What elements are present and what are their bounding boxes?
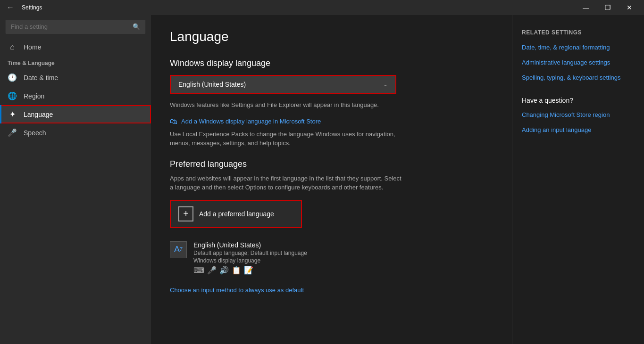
datetime-icon: 🕐 <box>8 73 17 82</box>
question-link-input-language[interactable]: Adding an input language <box>522 126 635 134</box>
store-link[interactable]: Add a Windows display language in Micros… <box>181 118 321 125</box>
minimize-button[interactable]: — <box>575 0 597 15</box>
language-flag-icon: AZ <box>170 241 187 258</box>
store-icon: 🛍 <box>170 117 177 126</box>
language-item-sub2: Windows display language <box>193 257 493 264</box>
input-method-link-row: Choose an input method to always use as … <box>170 286 493 294</box>
speech-icon: 🎤 <box>8 128 17 137</box>
add-preferred-language-button[interactable]: + Add a preferred language <box>170 200 302 228</box>
region-icon: 🌐 <box>8 91 17 100</box>
maximize-button[interactable]: ❐ <box>597 0 619 15</box>
store-desc: Use Local Experience Packs to change the… <box>170 130 406 148</box>
title-bar-left: ← Settings <box>4 1 42 14</box>
app-body: 🔍 ⌂ Home Time & Language 🕐 Date & time 🌐… <box>0 15 644 344</box>
sidebar-item-datetime[interactable]: 🕐 Date & time <box>0 68 151 87</box>
speech-label: Speech <box>24 129 46 137</box>
language-item-sub1: Default app language; Default input lang… <box>193 250 493 256</box>
input-method-link[interactable]: Choose an input method to always use as … <box>170 287 304 294</box>
title-bar: ← Settings — ❐ ✕ <box>0 0 644 15</box>
search-icon: 🔍 <box>133 23 140 30</box>
datetime-label: Date & time <box>24 74 58 82</box>
sidebar: 🔍 ⌂ Home Time & Language 🕐 Date & time 🌐… <box>0 15 151 344</box>
display-language-title: Windows display language <box>170 58 493 68</box>
language-label: Language <box>24 111 53 118</box>
language-item-english[interactable]: AZ English (United States) Default app l… <box>170 238 493 278</box>
add-lang-label: Add a preferred language <box>199 210 274 218</box>
language-item-name: English (United States) <box>193 241 493 249</box>
page-title: Language <box>170 29 493 44</box>
related-link-spelling[interactable]: Spelling, typing, & keyboard settings <box>522 74 635 82</box>
sidebar-item-language[interactable]: ✦ Language <box>0 105 151 123</box>
search-box[interactable]: 🔍 <box>6 20 145 33</box>
question-link-store-region[interactable]: Changing Microsoft Store region <box>522 111 635 119</box>
selected-language: English (United States) <box>178 81 246 88</box>
region-label: Region <box>24 92 44 100</box>
language-item-info: English (United States) Default app lang… <box>193 241 493 275</box>
text-cap-icon: 📝 <box>244 266 253 275</box>
preferred-lang-desc: Apps and websites will appear in the fir… <box>170 174 406 192</box>
language-capability-icons: ⌨ 🎤 🔊 📋 📝 <box>193 266 493 275</box>
plus-icon: + <box>178 206 193 221</box>
related-settings-title: Related settings <box>522 29 635 36</box>
sidebar-item-home[interactable]: ⌂ Home <box>0 38 151 56</box>
language-icon: ✦ <box>8 110 17 119</box>
related-link-datetime[interactable]: Date, time, & regional formatting <box>522 43 635 52</box>
font-cap-icon: 📋 <box>232 266 241 275</box>
have-question-title: Have a question? <box>522 97 635 104</box>
close-button[interactable]: ✕ <box>619 0 640 15</box>
home-label: Home <box>24 43 41 51</box>
store-link-row: 🛍 Add a Windows display language in Micr… <box>170 117 493 126</box>
back-button[interactable]: ← <box>4 1 17 14</box>
dropdown-arrow-icon: ⌄ <box>383 81 388 88</box>
related-link-admin-language[interactable]: Administrative language settings <box>522 58 635 67</box>
window-controls: — ❐ ✕ <box>575 0 640 15</box>
preferred-lang-title: Preferred languages <box>170 159 493 169</box>
sidebar-item-region[interactable]: 🌐 Region <box>0 87 151 105</box>
display-language-dropdown[interactable]: English (United States) ⌄ <box>170 75 396 94</box>
sidebar-item-speech[interactable]: 🎤 Speech <box>0 123 151 142</box>
home-icon: ⌂ <box>8 43 17 51</box>
speaker-cap-icon: 🔊 <box>219 266 229 275</box>
main-content: Language Windows display language Englis… <box>151 15 512 344</box>
sidebar-section-label: Time & Language <box>0 56 151 68</box>
keyboard-cap-icon: ⌨ <box>193 266 204 275</box>
right-panel: Related settings Date, time, & regional … <box>512 15 644 344</box>
app-title: Settings <box>22 4 42 11</box>
mic-cap-icon: 🎤 <box>207 266 217 275</box>
search-input[interactable] <box>11 23 129 30</box>
display-language-info: Windows features like Settings and File … <box>170 100 406 110</box>
